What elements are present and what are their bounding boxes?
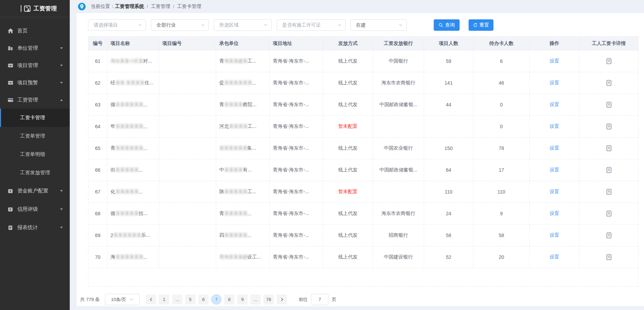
salary-card-detail-icon[interactable] <box>606 58 612 64</box>
reset-button[interactable]: 重置 <box>469 19 493 31</box>
column-header: 承包单位 <box>216 37 270 50</box>
breadcrumb-separator: / <box>147 4 148 9</box>
cell-project-name: 经某某 某某某某住... <box>107 72 159 94</box>
cell-project-number <box>159 50 216 72</box>
column-header: 工人工资卡详情 <box>579 37 638 50</box>
sidebar-item-project[interactable]: 项目管理 <box>0 57 70 74</box>
sidebar-subitem[interactable]: 工资单明细 <box>0 145 70 163</box>
salary-card-detail-icon[interactable] <box>606 123 612 130</box>
cell-payment-method: 线上代发 <box>323 72 373 94</box>
settings-link[interactable]: 设置 <box>550 232 559 238</box>
page-button-1[interactable]: 1 <box>159 294 169 304</box>
svg-text:¥: ¥ <box>9 207 11 211</box>
cell-project-address: 青海省-海东市-... <box>270 72 323 94</box>
column-header: 项目地址 <box>270 37 323 50</box>
prev-page-button[interactable] <box>146 294 156 304</box>
sidebar-subitem[interactable]: 工资发放管理 <box>0 163 70 182</box>
salary-card-detail-icon[interactable] <box>606 145 612 151</box>
page-size-select[interactable]: 10条/页 <box>105 294 140 305</box>
salary-card-detail-icon[interactable] <box>606 167 612 173</box>
sidebar-subitem[interactable]: 工资单管理 <box>0 127 70 145</box>
page-button-6[interactable]: 6 <box>198 294 209 304</box>
redacted-text: 青海某某某建 <box>219 254 247 260</box>
sidebar-item-home[interactable]: 首页 <box>0 22 70 39</box>
sidebar-item-card[interactable]: 工资管理 <box>0 91 70 109</box>
chevron-down-icon <box>60 82 63 84</box>
cell-row-id: 64 <box>88 116 107 138</box>
page-button-...[interactable]: ... <box>250 294 261 304</box>
settings-link[interactable]: 设置 <box>550 145 559 151</box>
settings-link[interactable]: 设置 <box>550 123 559 130</box>
cell-payment-method: 线上代发 <box>323 138 373 159</box>
cell-row-id: 67 <box>88 181 107 203</box>
cell-salary-card-detail <box>579 94 638 116</box>
page-button-...[interactable]: ... <box>172 294 182 304</box>
filter-select-3[interactable]: 是否有施工许可证 <box>277 19 346 31</box>
sidebar-item-report[interactable]: 报表统计 <box>0 218 70 237</box>
breadcrumb-item[interactable]: 工资卡管理 <box>177 3 201 10</box>
cell-project-address: 青海省-海东市-... <box>270 203 323 225</box>
cell-project-people-count: 150 <box>424 138 473 159</box>
projects-table: 编号项目名称项目编号承包单位项目地址发放方式工资发放银行项目人数待办卡人数操作工… <box>88 36 638 287</box>
page-button-5[interactable]: 5 <box>185 294 195 304</box>
page-button-7[interactable]: 7 <box>211 294 221 304</box>
page-button-78[interactable]: 78 <box>263 294 274 304</box>
cell-pending-card-count: 0 <box>473 94 530 116</box>
cell-payment-method: 线上代发 <box>323 203 373 225</box>
sidebar-item-org[interactable]: 单位管理 <box>0 39 70 57</box>
settings-link[interactable]: 设置 <box>550 102 559 108</box>
logo-bar <box>21 5 21 12</box>
chevron-down-icon <box>60 190 63 192</box>
cell-project-number <box>159 94 216 116</box>
cell-row-id: 63 <box>88 94 107 116</box>
settings-link[interactable]: 设置 <box>550 254 559 260</box>
sidebar-item-alert[interactable]: 项目预警 <box>0 74 70 91</box>
goto-page-input[interactable] <box>311 294 328 305</box>
redacted-text: 某某某某某某 <box>115 102 143 108</box>
cell-payroll-bank: 海东市农商银行 <box>373 72 424 94</box>
column-header: 项目人数 <box>424 37 473 50</box>
next-page-button[interactable] <box>277 294 287 304</box>
redacted-text: 某某某某某 <box>115 189 139 195</box>
settings-link[interactable]: 设置 <box>550 167 559 173</box>
breadcrumb-root[interactable]: 工资管理系统 <box>115 3 144 10</box>
cell-payroll-bank: 中国邮政储蓄银... <box>373 159 424 181</box>
filter-select-0[interactable]: 请选择项目 <box>88 19 146 31</box>
redacted-text: 某某某某 <box>229 123 248 130</box>
page-button-9[interactable]: 9 <box>237 294 248 304</box>
settings-link[interactable]: 设置 <box>550 80 559 86</box>
redacted-text: 某某某某某某 <box>115 254 143 260</box>
filter-select-2[interactable]: 所选区域 <box>214 19 272 31</box>
salary-card-detail-icon[interactable] <box>606 254 612 260</box>
cell-pending-card-count: 0 <box>473 116 530 138</box>
cell-project-people-count: 58 <box>424 225 473 246</box>
column-header: 项目编号 <box>159 37 216 50</box>
cell-payment-method: 线上代发 <box>323 94 373 116</box>
report-icon <box>7 224 14 231</box>
cell-pending-card-count: 9 <box>473 203 530 225</box>
salary-card-detail-icon[interactable] <box>606 189 612 195</box>
filter-select-4[interactable]: 在建 <box>350 19 407 31</box>
breadcrumb-item[interactable]: 工资管理 <box>151 3 170 10</box>
salary-card-detail-icon[interactable] <box>606 80 612 86</box>
cell-project-name: 街某某某某某... <box>107 159 159 181</box>
salary-card-detail-icon[interactable] <box>606 102 612 108</box>
query-button[interactable]: 查询 <box>434 19 460 31</box>
cell-actions: 设置 <box>530 138 579 159</box>
filter-select-1[interactable]: 全部行业 <box>151 19 209 31</box>
settings-link[interactable]: 设置 <box>550 58 559 64</box>
sidebar-item-fund[interactable]: ¥资金账户配置 <box>0 182 70 200</box>
settings-link[interactable]: 设置 <box>550 189 559 195</box>
cell-payroll-bank: 中国银行 <box>373 50 424 72</box>
cell-row-id: 68 <box>88 203 107 225</box>
salary-card-detail-icon[interactable] <box>606 232 612 238</box>
sidebar-item-credit[interactable]: ¥信用评级 <box>0 200 70 218</box>
salary-card-detail-icon[interactable] <box>606 210 612 217</box>
settings-link[interactable]: 设置 <box>550 210 559 217</box>
column-header: 工资发放银行 <box>373 37 424 50</box>
page-button-8[interactable]: 8 <box>224 294 234 304</box>
goto-suffix: 页 <box>332 297 336 303</box>
cell-project-address: 青海省-海东市-... <box>270 138 323 159</box>
column-header: 发放方式 <box>323 37 373 50</box>
sidebar-subitem[interactable]: 工资卡管理 <box>0 109 70 127</box>
